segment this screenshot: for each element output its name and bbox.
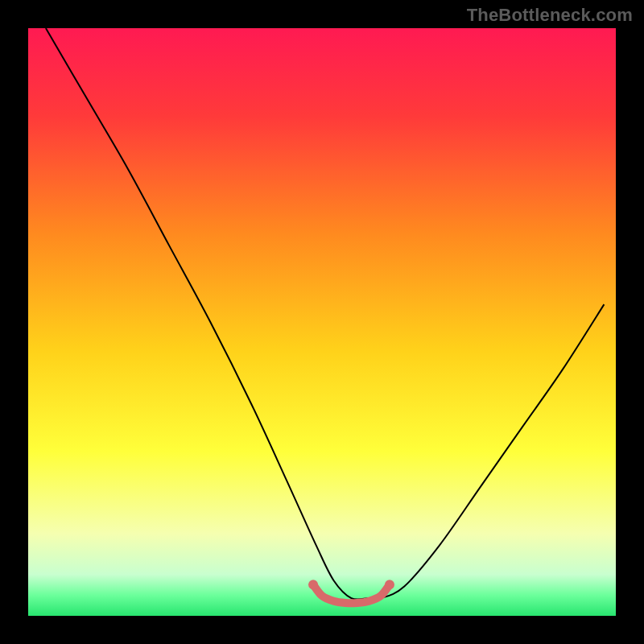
- optimal-range-endpoint-right: [385, 580, 394, 589]
- watermark-text: TheBottleneck.com: [467, 5, 633, 26]
- optimal-range-endpoint-left: [308, 580, 318, 589]
- chart-svg: [28, 28, 616, 616]
- plot-area: [28, 28, 616, 616]
- gradient-rect: [28, 28, 616, 616]
- chart-frame: TheBottleneck.com: [0, 0, 644, 644]
